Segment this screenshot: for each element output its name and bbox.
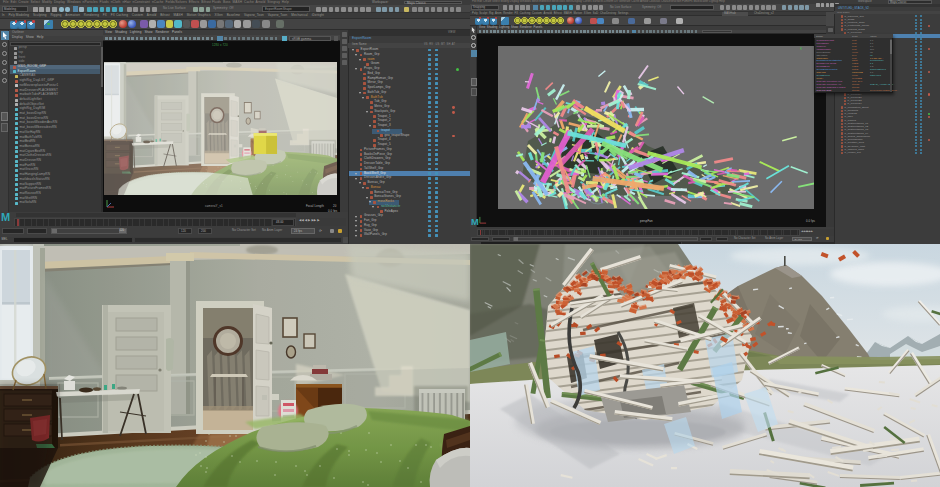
svg-text:M: M	[471, 217, 479, 226]
svg-text:M: M	[1, 212, 10, 222]
